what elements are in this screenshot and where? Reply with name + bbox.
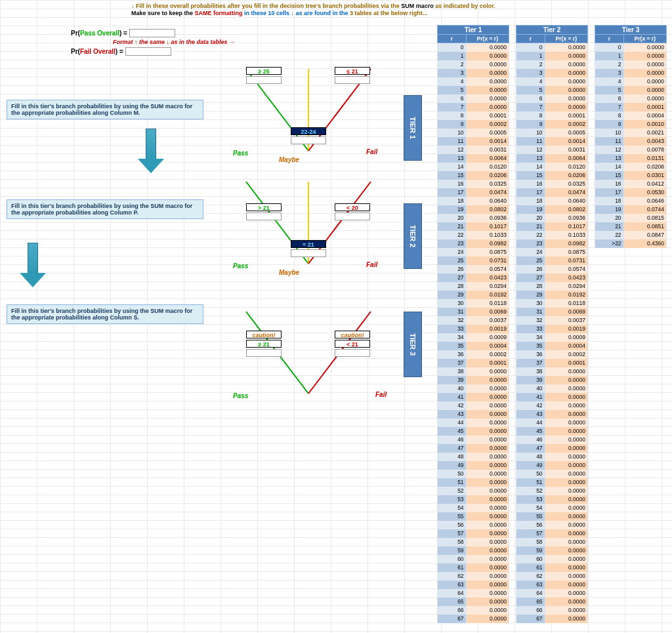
cell-r[interactable]: 1 xyxy=(595,52,624,60)
cell-r[interactable]: 65 xyxy=(516,598,545,606)
table-row[interactable]: 430.0000 xyxy=(438,410,509,419)
cell-r[interactable]: 59 xyxy=(516,546,545,555)
table-row[interactable]: 20.0000 xyxy=(438,60,509,69)
cell-p[interactable]: 0.0000 xyxy=(545,419,587,427)
table-row[interactable]: 100.0021 xyxy=(595,129,667,137)
table-row[interactable]: 440.0000 xyxy=(438,419,509,427)
table-row[interactable]: 50.0000 xyxy=(438,86,509,94)
cell-p[interactable]: 0.0000 xyxy=(623,69,666,77)
cell-r[interactable]: 43 xyxy=(516,410,545,419)
table-row[interactable]: 500.0000 xyxy=(438,470,509,478)
table-row[interactable]: 420.0000 xyxy=(438,401,509,410)
cell-p[interactable]: 0.0004 xyxy=(545,342,587,350)
table-row[interactable]: 350.0004 xyxy=(438,342,509,350)
cell-p[interactable]: 0.0000 xyxy=(545,529,587,538)
table-row[interactable]: 390.0000 xyxy=(438,376,509,384)
cell-r[interactable]: 24 xyxy=(516,248,545,256)
cell-p[interactable]: 0.0301 xyxy=(623,171,666,180)
cell-p[interactable]: 0.0000 xyxy=(466,86,509,94)
cell-p[interactable]: 0.0000 xyxy=(545,589,587,598)
cell-p[interactable]: 0.0802 xyxy=(466,205,509,214)
cell-p[interactable]: 0.0000 xyxy=(466,453,509,461)
cell-r[interactable]: 30 xyxy=(516,299,545,308)
table-row[interactable]: 10.0000 xyxy=(438,52,509,60)
table-row[interactable]: 270.0423 xyxy=(438,274,509,282)
table-row[interactable]: 00.0000 xyxy=(438,43,509,52)
cell-r[interactable]: 36 xyxy=(438,350,467,359)
table-row[interactable]: 410.0000 xyxy=(438,393,509,401)
cell-r[interactable]: 9 xyxy=(516,120,545,129)
cell-p[interactable]: 0.0294 xyxy=(466,282,509,291)
cell-p[interactable]: 0.0000 xyxy=(545,538,587,546)
cell-r[interactable]: 5 xyxy=(595,86,624,94)
cell-r[interactable]: 8 xyxy=(595,112,624,120)
cell-p[interactable]: 0.0000 xyxy=(545,453,587,461)
cell-r[interactable]: 12 xyxy=(516,146,545,154)
cell-p[interactable]: 0.0640 xyxy=(466,197,509,205)
table-row[interactable]: 170.0474 xyxy=(516,188,588,197)
cell-p[interactable]: 0.0474 xyxy=(545,188,587,197)
cell-r[interactable]: 50 xyxy=(438,470,467,478)
cell-r[interactable]: 44 xyxy=(516,419,545,427)
cell-r[interactable]: 53 xyxy=(438,495,467,504)
cell-r[interactable]: 23 xyxy=(516,239,545,248)
cell-p[interactable]: 0.0000 xyxy=(545,436,587,444)
cell-r[interactable]: 4 xyxy=(516,77,545,86)
table-row[interactable]: 220.1033 xyxy=(438,231,509,239)
cell-r[interactable]: >22 xyxy=(595,239,624,248)
cell-r[interactable]: 8 xyxy=(516,112,545,120)
cell-p[interactable]: 0.0001 xyxy=(623,103,666,112)
cell-r[interactable]: 21 xyxy=(516,222,545,231)
cell-r[interactable]: 64 xyxy=(516,589,545,598)
table-row[interactable]: 120.0031 xyxy=(516,146,588,154)
cell-p[interactable]: 0.0000 xyxy=(466,94,509,103)
cell-r[interactable]: 48 xyxy=(438,453,467,461)
cell-r[interactable]: 6 xyxy=(438,94,467,103)
cell-r[interactable]: 11 xyxy=(516,137,545,146)
table-row[interactable]: 160.0325 xyxy=(516,180,588,188)
cell-p[interactable]: 0.0530 xyxy=(623,188,666,197)
cell-r[interactable]: 25 xyxy=(438,256,467,265)
table-row[interactable]: 220.0847 xyxy=(595,231,667,239)
cell-p[interactable]: 0.0014 xyxy=(545,137,587,146)
table-row[interactable]: 470.0000 xyxy=(516,444,588,453)
cell-r[interactable]: 17 xyxy=(516,188,545,197)
table-row[interactable]: 210.1017 xyxy=(516,222,588,231)
table-row[interactable]: 280.0294 xyxy=(438,282,509,291)
table-row[interactable]: 130.0064 xyxy=(516,154,588,163)
cell-p[interactable]: 0.0021 xyxy=(623,129,666,137)
cell-r[interactable]: 22 xyxy=(595,231,624,239)
table-row[interactable]: 70.0001 xyxy=(595,103,667,112)
cell-r[interactable]: 1 xyxy=(516,52,545,60)
table-row[interactable]: 340.0009 xyxy=(438,333,509,342)
cell-p[interactable]: 0.0000 xyxy=(466,529,509,538)
table-row[interactable]: 550.0000 xyxy=(516,512,588,521)
cell-p[interactable]: 0.0325 xyxy=(466,180,509,188)
cell-p[interactable]: 0.0851 xyxy=(623,222,666,231)
cell-p[interactable]: 0.0019 xyxy=(545,325,587,333)
table-row[interactable]: 180.0646 xyxy=(595,197,667,205)
cell-p[interactable]: 0.0118 xyxy=(545,299,587,308)
cell-r[interactable]: 1 xyxy=(438,52,467,60)
cell-r[interactable]: 32 xyxy=(438,316,467,325)
cell-r[interactable]: 19 xyxy=(516,205,545,214)
table-row[interactable]: 570.0000 xyxy=(438,529,509,538)
cell-r[interactable]: 3 xyxy=(438,69,467,77)
cell-r[interactable]: 52 xyxy=(516,487,545,495)
cell-r[interactable]: 16 xyxy=(516,180,545,188)
table-row[interactable]: 90.0010 xyxy=(595,120,667,129)
table-row[interactable]: 170.0474 xyxy=(438,188,509,197)
table-row[interactable]: 80.0001 xyxy=(516,112,588,120)
cell-r[interactable]: 7 xyxy=(438,103,467,112)
cell-r[interactable]: 11 xyxy=(438,137,467,146)
cell-r[interactable]: 66 xyxy=(438,606,467,615)
cell-p[interactable]: 0.0000 xyxy=(545,86,587,94)
table-row[interactable]: 560.0000 xyxy=(516,521,588,529)
table-row[interactable]: 220.1033 xyxy=(516,231,588,239)
cell-p[interactable]: 0.0000 xyxy=(466,589,509,598)
cell-r[interactable]: 24 xyxy=(438,248,467,256)
cell-p[interactable]: 0.0131 xyxy=(623,154,666,163)
table-row[interactable]: 40.0000 xyxy=(516,77,588,86)
table-row[interactable]: 200.0936 xyxy=(516,214,588,222)
table-row[interactable]: 430.0000 xyxy=(516,410,588,419)
